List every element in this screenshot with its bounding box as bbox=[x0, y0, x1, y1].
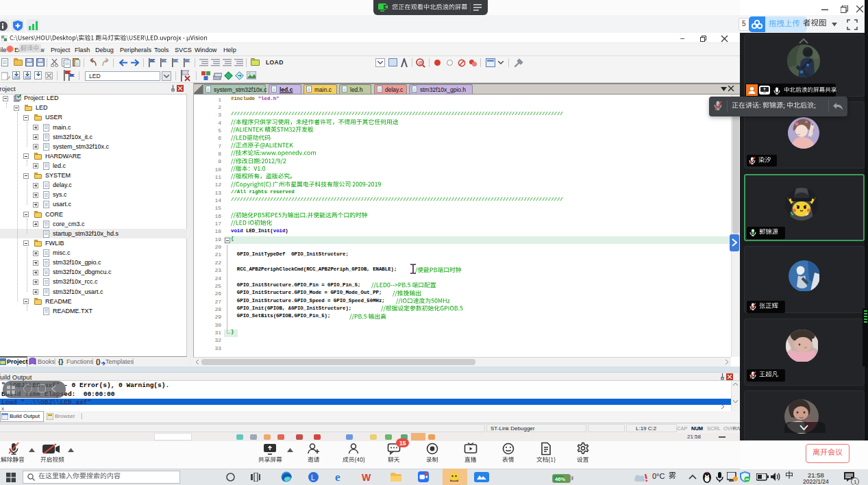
svg-text:@: @ bbox=[418, 60, 423, 65]
svg-text:1: 1 bbox=[854, 479, 857, 485]
svg-text:W: W bbox=[362, 472, 371, 483]
svg-text:L: L bbox=[311, 474, 315, 482]
svg-text:e: e bbox=[335, 471, 340, 482]
